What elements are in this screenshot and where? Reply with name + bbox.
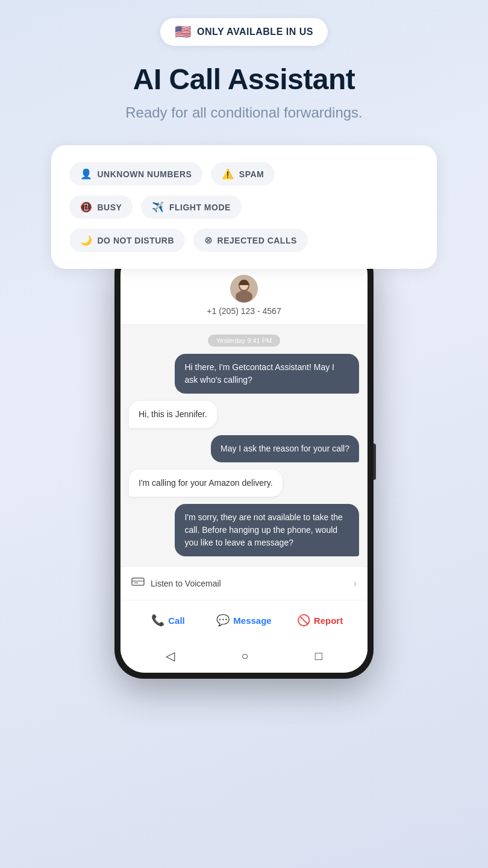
tag-label: SPAM: [239, 169, 264, 179]
feature-row-2: 📵 BUSY ✈️ FLIGHT MODE: [69, 195, 419, 219]
tag-rejected-calls: ⊗ REJECTED CALLS: [193, 228, 308, 252]
phone-icon: 📞: [151, 614, 164, 627]
messages-container: Yesterday 9:41 PM Hi there, I'm Getconta…: [120, 325, 368, 566]
report-label: Report: [314, 615, 343, 626]
chat-header: +1 (205) 123 - 4567: [120, 268, 368, 325]
user-message-2: I'm calling for your Amazon delivery.: [129, 470, 283, 497]
us-badge-text: ONLY AVAILABLE IN US: [197, 27, 313, 37]
voicemail-row[interactable]: Listen to Voicemail ›: [120, 566, 368, 600]
back-icon[interactable]: ◁: [166, 649, 175, 663]
tag-unknown-numbers: 👤 UNKNOWN NUMBERS: [69, 162, 202, 186]
tag-label: UNKNOWN NUMBERS: [98, 169, 192, 179]
tag-do-not-disturb: 🌙 DO NOT DISTURB: [69, 228, 185, 252]
chevron-right-icon: ›: [354, 578, 357, 589]
message-button[interactable]: 💬 Message: [206, 608, 282, 633]
phone-nav-bar: ◁ ○ □: [120, 640, 368, 673]
feature-row-1: 👤 UNKNOWN NUMBERS ⚠️ SPAM: [69, 162, 419, 186]
contact-avatar: [230, 275, 258, 303]
tag-flight-mode: ✈️ FLIGHT MODE: [141, 195, 241, 219]
tag-busy: 📵 BUSY: [69, 195, 133, 219]
time-badge: Yesterday 9:41 PM: [208, 335, 281, 347]
page-subtitle: Ready for all conditional forwardings.: [125, 104, 363, 121]
moon-icon: 🌙: [80, 234, 93, 246]
recents-icon[interactable]: □: [315, 649, 322, 663]
message-label: Message: [233, 615, 271, 626]
tag-spam: ⚠️ SPAM: [211, 162, 275, 186]
side-button: [374, 444, 376, 480]
ai-message-1: Hi there, I'm Getcontact Assistant! May …: [175, 354, 359, 394]
call-button[interactable]: 📞 Call: [130, 608, 206, 633]
tag-label: DO NOT DISTURB: [98, 236, 175, 245]
home-icon[interactable]: ○: [241, 649, 248, 663]
voicemail-label: Listen to Voicemail: [151, 579, 221, 588]
voicemail-left: Listen to Voicemail: [131, 576, 221, 590]
phone-mockup: +1 (205) 123 - 4567 Yesterday 9:41 PM Hi…: [114, 245, 374, 679]
tag-label: REJECTED CALLS: [217, 236, 297, 245]
svg-point-2: [236, 291, 252, 303]
ai-message-3: I'm sorry, they are not available to tak…: [175, 504, 359, 556]
call-label: Call: [168, 615, 185, 626]
us-availability-badge: 🇺🇸 ONLY AVAILABLE IN US: [160, 18, 328, 46]
ai-message-2: May I ask the reason for your call?: [211, 435, 359, 462]
report-icon: 🚫: [297, 614, 310, 627]
svg-rect-4: [132, 578, 144, 585]
contact-phone: +1 (205) 123 - 4567: [207, 306, 281, 316]
tag-label: BUSY: [98, 203, 122, 212]
warning-icon: ⚠️: [222, 168, 234, 180]
person-icon: 👤: [80, 168, 93, 180]
busy-icon: 📵: [80, 201, 93, 213]
feature-card: 👤 UNKNOWN NUMBERS ⚠️ SPAM 📵 BUSY ✈️ FLIG…: [51, 145, 437, 269]
rejected-icon: ⊗: [204, 234, 213, 246]
voicemail-icon: [131, 576, 145, 590]
feature-row-3: 🌙 DO NOT DISTURB ⊗ REJECTED CALLS: [69, 228, 419, 252]
message-icon: 💬: [216, 614, 230, 627]
airplane-icon: ✈️: [152, 201, 164, 213]
page-title: AI Call Assistant: [133, 63, 355, 96]
report-button[interactable]: 🚫 Report: [282, 608, 358, 633]
user-message-1: Hi, this is Jennifer.: [129, 401, 217, 428]
us-flag-icon: 🇺🇸: [175, 24, 191, 40]
action-buttons: 📞 Call 💬 Message 🚫 Report: [120, 600, 368, 640]
tag-label: FLIGHT MODE: [169, 203, 231, 212]
